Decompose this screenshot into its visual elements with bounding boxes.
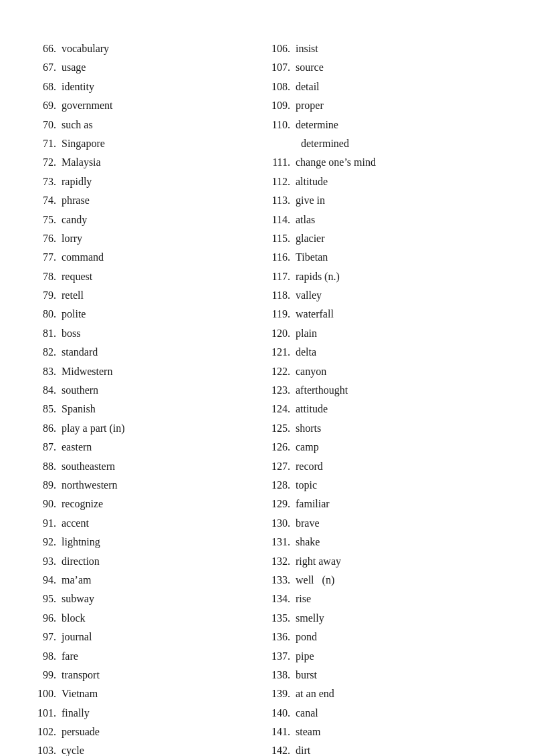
item-text: Tibetan <box>296 249 328 266</box>
item-text: rapids (n.) <box>296 268 340 285</box>
item-number: 130. <box>268 515 296 532</box>
item-text: vocabulary <box>62 40 109 57</box>
item-number: 132. <box>268 553 296 570</box>
item-text: afterthought <box>296 382 348 399</box>
item-text: well (n) <box>296 572 334 589</box>
item-number: 124. <box>268 400 296 418</box>
list-item: 127.record <box>268 458 502 475</box>
item-number: 98. <box>33 648 62 665</box>
list-item: 100.Vietnam <box>33 685 268 703</box>
item-text: pond <box>296 628 317 646</box>
item-text: usage <box>62 59 86 76</box>
item-text: persuade <box>62 723 100 741</box>
item-number: 133. <box>268 572 296 589</box>
item-text: Vietnam <box>62 685 98 703</box>
list-item: 68.identity <box>33 78 268 96</box>
list-item: 128.topic <box>268 477 502 494</box>
item-number: 78. <box>33 268 62 285</box>
item-number: 131. <box>268 533 296 551</box>
item-number: 106. <box>268 40 296 57</box>
item-text: southern <box>62 382 98 399</box>
item-number: 120. <box>268 325 296 342</box>
item-number: 139. <box>268 685 296 703</box>
list-item: 102.persuade <box>33 723 268 741</box>
list-item: 126.camp <box>268 438 502 456</box>
item-text: recognize <box>62 495 103 513</box>
list-item: 76.lorry <box>33 230 268 247</box>
item-number: 122. <box>268 363 296 380</box>
item-text: cycle <box>62 742 84 756</box>
list-item: 97.journal <box>33 628 268 646</box>
item-text: rapidly <box>62 173 92 191</box>
list-item: 91.accent <box>33 515 268 532</box>
item-text: source <box>296 59 324 76</box>
list-item: 139.at an end <box>268 685 502 703</box>
list-item: 122.canyon <box>268 363 502 380</box>
item-number: 110. <box>268 116 296 134</box>
item-text: delta <box>296 344 316 361</box>
item-number: 69. <box>33 97 62 114</box>
item-text: fare <box>62 648 78 665</box>
item-text: boss <box>62 325 80 342</box>
item-number: 129. <box>268 495 296 513</box>
item-text: atlas <box>296 211 315 229</box>
item-text: such as <box>62 116 93 134</box>
item-number: 119. <box>268 305 296 323</box>
item-number: 77. <box>33 249 62 266</box>
list-item: 72.Malaysia <box>33 154 268 171</box>
list-item: 84.southern <box>33 382 268 399</box>
list-item: 112.altitude <box>268 173 502 191</box>
item-number: 73. <box>33 173 62 191</box>
item-number: 116. <box>268 249 296 266</box>
item-number: 87. <box>33 438 62 456</box>
item-text: valley <box>296 287 322 304</box>
item-number: 112. <box>268 173 296 191</box>
item-text: subway <box>62 590 94 608</box>
item-text: steam <box>296 723 320 741</box>
item-text: lightning <box>62 533 100 551</box>
item-number: 125. <box>268 420 296 437</box>
item-number: 85. <box>33 400 62 418</box>
item-text: transport <box>62 666 100 684</box>
list-item: 119.waterfall <box>268 305 502 323</box>
item-text: proper <box>296 97 324 114</box>
item-text: Midwestern <box>62 363 112 380</box>
list-item: 82.standard <box>33 344 268 361</box>
list-item: 86.play a part (in) <box>33 420 268 437</box>
word-list-container: 66.vocabulary67.usage68.identity69.gover… <box>33 40 502 756</box>
list-item: 101.finally <box>33 705 268 722</box>
list-item: 110.determine <box>268 116 502 134</box>
item-number: 71. <box>33 135 62 152</box>
list-item: 120.plain <box>268 325 502 342</box>
item-number: 100. <box>33 685 62 703</box>
item-number: 90. <box>33 495 62 513</box>
item-text: rise <box>296 590 311 608</box>
item-text: determine <box>296 116 338 134</box>
list-item: 66.vocabulary <box>33 40 268 57</box>
item-number: 111. <box>268 154 296 171</box>
list-item: 116.Tibetan <box>268 249 502 266</box>
item-text: camp <box>296 438 319 456</box>
list-item: 103.cycle <box>33 742 268 756</box>
item-text: give in <box>296 192 325 209</box>
item-text: finally <box>62 705 90 722</box>
list-item: 92.lightning <box>33 533 268 551</box>
item-number: 103. <box>33 742 62 756</box>
item-number: 82. <box>33 344 62 361</box>
item-text: lorry <box>62 230 82 247</box>
item-number: 92. <box>33 533 62 551</box>
item-number: 83. <box>33 363 62 380</box>
item-number: 141. <box>268 723 296 741</box>
list-item: 107.source <box>268 59 502 76</box>
item-number: 118. <box>268 287 296 304</box>
item-number: 108. <box>268 78 296 96</box>
item-number: 76. <box>33 230 62 247</box>
item-text: direction <box>62 553 100 570</box>
list-item: 118.valley <box>268 287 502 304</box>
item-number: 94. <box>33 572 62 589</box>
item-number: 127. <box>268 458 296 475</box>
list-item: 90.recognize <box>33 495 268 513</box>
list-item: 124.attitude <box>268 400 502 418</box>
item-text: burst <box>296 666 317 684</box>
item-text: eastern <box>62 438 92 456</box>
